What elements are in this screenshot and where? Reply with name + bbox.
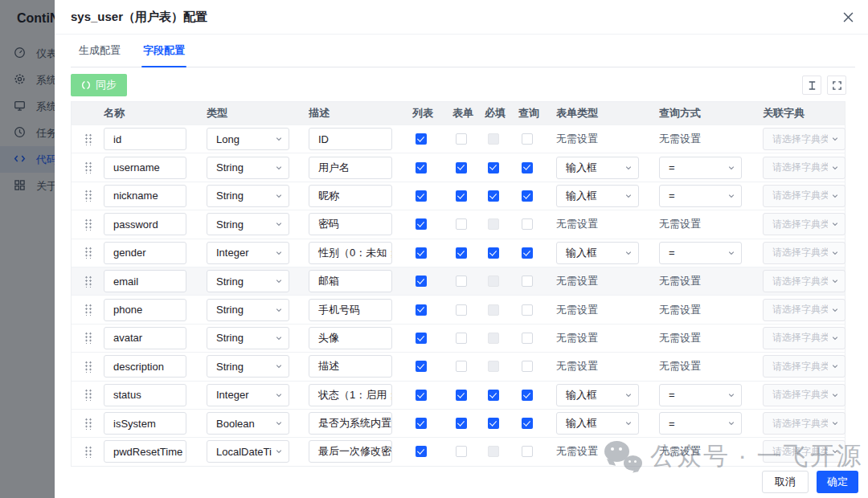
form-checkbox[interactable] [456,446,467,457]
field-desc-input[interactable]: 描述 [309,355,392,378]
field-type-select[interactable]: String [207,270,289,292]
query-checkbox[interactable] [522,333,533,344]
query-checkbox[interactable] [522,446,533,457]
query-checkbox[interactable] [522,418,533,429]
field-name-input[interactable]: nickname [104,185,186,207]
field-type-select[interactable]: String [207,299,289,321]
field-desc-input[interactable]: 头像 [309,327,392,349]
field-type-select[interactable]: String [207,213,289,235]
query-checkbox[interactable] [522,276,533,287]
list-checkbox[interactable] [416,333,427,344]
list-checkbox[interactable] [416,133,427,145]
tab-generate-config[interactable]: 生成配置 [77,35,122,67]
field-desc-input[interactable]: 性别（0：未知；1：男；2：女） [309,242,392,264]
form-checkbox[interactable] [456,247,467,259]
field-desc-input[interactable]: ID [309,128,392,150]
sync-button[interactable]: 同步 [71,74,127,96]
field-name-input[interactable]: status [104,384,186,406]
form-checkbox[interactable] [456,418,467,429]
modal-mask[interactable] [0,0,55,498]
form-checkbox[interactable] [456,133,467,145]
field-name-input[interactable]: username [104,157,186,179]
query-type-select[interactable]: = [659,157,742,179]
query-type-select[interactable]: = [659,412,742,435]
list-checkbox[interactable] [416,446,427,457]
form-type-select[interactable]: 输入框 [556,412,639,435]
drag-handle-icon[interactable] [72,182,104,210]
field-type-select[interactable]: Long [207,128,289,150]
query-checkbox[interactable] [522,304,533,316]
drag-handle-icon[interactable] [72,325,104,352]
field-type-select[interactable]: String [207,157,289,179]
drag-handle-icon[interactable] [72,125,104,153]
form-type-select[interactable]: 输入框 [556,242,639,264]
query-checkbox[interactable] [522,390,533,401]
drag-handle-icon[interactable] [72,296,104,323]
required-checkbox[interactable] [488,390,499,401]
form-checkbox[interactable] [456,361,467,372]
query-checkbox[interactable] [522,218,533,230]
close-icon[interactable] [843,12,854,22]
query-type-select[interactable]: = [659,384,742,406]
list-checkbox[interactable] [416,390,427,401]
list-checkbox[interactable] [416,361,427,372]
drag-handle-icon[interactable] [72,353,104,380]
required-checkbox[interactable] [488,418,499,429]
field-desc-input[interactable]: 状态（1：启用；2：禁用） [309,384,392,406]
drag-handle-icon[interactable] [72,153,104,181]
form-checkbox[interactable] [456,390,467,401]
list-checkbox[interactable] [416,418,427,429]
field-name-input[interactable]: pwdResetTime [104,440,186,463]
field-desc-input[interactable]: 用户名 [309,157,392,179]
query-checkbox[interactable] [522,190,533,202]
field-name-input[interactable]: gender [104,242,186,264]
field-name-input[interactable]: email [104,270,186,292]
field-name-input[interactable]: isSystem [104,412,186,435]
field-name-input[interactable]: id [104,128,186,150]
field-name-input[interactable]: password [104,213,186,235]
form-checkbox[interactable] [456,276,467,287]
field-type-select[interactable]: String [207,355,289,378]
field-type-select[interactable]: LocalDateTime [207,440,289,463]
query-type-select[interactable]: = [659,242,742,264]
field-name-input[interactable]: phone [104,299,186,321]
drag-handle-icon[interactable] [72,267,104,295]
field-name-input[interactable]: avatar [104,327,186,349]
drag-handle-icon[interactable] [72,438,104,465]
query-checkbox[interactable] [522,162,533,173]
query-checkbox[interactable] [522,361,533,372]
drag-handle-icon[interactable] [72,210,104,238]
ok-button[interactable]: 确定 [817,471,858,493]
field-desc-input[interactable]: 手机号码 [309,299,392,321]
required-checkbox[interactable] [488,190,499,202]
field-name-input[interactable]: description [104,355,186,378]
field-desc-input[interactable]: 密码 [309,213,392,235]
field-type-select[interactable]: Integer [207,242,289,264]
drag-handle-icon[interactable] [72,239,104,267]
drag-handle-icon[interactable] [72,382,104,409]
row-density-button[interactable] [802,76,821,95]
fullscreen-button[interactable] [827,76,846,95]
field-type-select[interactable]: String [207,327,289,349]
field-desc-input[interactable]: 昵称 [309,185,392,207]
form-checkbox[interactable] [456,190,467,202]
required-checkbox[interactable] [488,162,499,173]
field-desc-input[interactable]: 是否为系统内置数据 [309,412,392,435]
list-checkbox[interactable] [416,247,427,259]
field-type-select[interactable]: String [207,185,289,207]
list-checkbox[interactable] [416,190,427,202]
required-checkbox[interactable] [488,247,499,259]
list-checkbox[interactable] [416,276,427,287]
field-desc-input[interactable]: 最后一次修改密码时间 [309,440,392,463]
cancel-button[interactable]: 取消 [762,471,809,493]
form-checkbox[interactable] [456,218,467,230]
query-checkbox[interactable] [522,247,533,259]
drag-handle-icon[interactable] [72,410,104,437]
field-type-select[interactable]: Integer [207,384,289,406]
query-checkbox[interactable] [522,133,533,145]
list-checkbox[interactable] [416,304,427,316]
query-type-select[interactable]: = [659,185,742,207]
form-checkbox[interactable] [456,162,467,173]
form-type-select[interactable]: 输入框 [556,185,639,207]
form-checkbox[interactable] [456,333,467,344]
